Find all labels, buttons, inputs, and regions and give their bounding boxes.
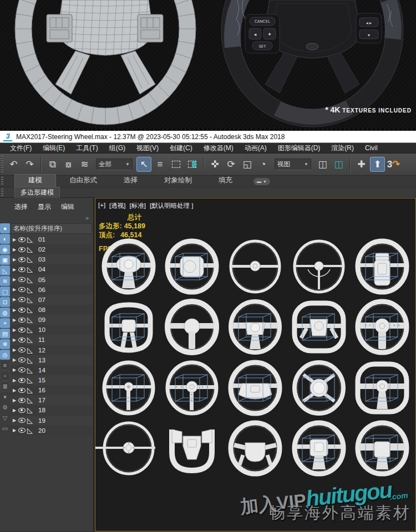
spinner-snap-toggle-icon[interactable]: 3↷	[386, 157, 401, 172]
scene-object-row[interactable]: ▶◺01	[11, 234, 92, 244]
expand-arrow-icon[interactable]: ▶	[13, 308, 18, 313]
detail-view-icon[interactable]: ≣	[0, 381, 10, 391]
window-crossing-icon[interactable]	[185, 157, 200, 172]
explorer-menu-1[interactable]: 选择	[14, 202, 28, 212]
name-column-header[interactable]: 名称(按升序排序)	[11, 223, 92, 234]
visibility-eye-icon[interactable]	[18, 428, 26, 433]
scene-object-row[interactable]: ▶◺11	[11, 335, 92, 345]
scene-object-row[interactable]: ▶◺20	[11, 426, 92, 436]
steering-wheel-10[interactable]	[351, 297, 414, 358]
snaps-toggle-icon[interactable]: ◫	[315, 157, 330, 172]
menu-item-8[interactable]: 动画(A)	[239, 144, 272, 153]
scene-object-row[interactable]: ▶◺12	[11, 345, 92, 355]
visibility-eye-icon[interactable]	[18, 347, 26, 352]
visibility-eye-icon[interactable]	[18, 237, 26, 242]
visibility-eye-icon[interactable]	[18, 367, 26, 372]
column-blank-icon[interactable]: ▫	[0, 371, 10, 381]
explorer-menu-3[interactable]: 编辑	[61, 202, 74, 212]
expand-arrow-icon[interactable]: ▶	[13, 337, 18, 342]
ref-coord-dropdown[interactable]: 视图▼	[275, 158, 311, 170]
expand-arrow-icon[interactable]: ▶	[13, 428, 18, 433]
steering-wheel-13[interactable]	[224, 357, 287, 418]
steering-wheel-06[interactable]	[97, 297, 160, 358]
expand-arrow-icon[interactable]: ▶	[13, 398, 18, 403]
menu-item-9[interactable]: 图形编辑器(D)	[272, 144, 326, 153]
menu-item-11[interactable]: Civil	[359, 144, 383, 152]
visibility-eye-icon[interactable]	[18, 418, 26, 423]
explorer-menu-2[interactable]: 显示	[38, 202, 51, 212]
visibility-eye-icon[interactable]	[18, 388, 26, 393]
titlebar[interactable]: 3 MAX2017-Steering Wheel.max - 12.37M @ …	[0, 131, 416, 143]
scene-object-row[interactable]: ▶◺07	[11, 295, 92, 305]
scene-object-row[interactable]: ▶◺15	[11, 375, 92, 385]
select-and-scale-icon[interactable]: ◱	[240, 157, 255, 172]
display-lights-icon[interactable]: ◉	[0, 244, 10, 254]
expand-arrow-icon[interactable]: ▶	[13, 297, 18, 302]
undo-icon[interactable]: ↶	[6, 157, 21, 172]
expand-arrow-icon[interactable]: ▶	[13, 388, 18, 393]
scene-object-row[interactable]: ▶◺05	[11, 275, 92, 285]
expand-arrow-icon[interactable]: ▶	[13, 277, 18, 282]
expand-arrow-icon[interactable]: ▶	[13, 257, 18, 262]
steering-wheel-14[interactable]	[287, 357, 351, 418]
select-and-rotate-icon[interactable]: ⟳	[224, 157, 239, 172]
display-all-icon[interactable]: ●	[0, 223, 10, 233]
visibility-eye-icon[interactable]	[18, 328, 26, 332]
angle-snap-toggle-icon[interactable]: ✚	[354, 157, 369, 172]
viewport-pov-label[interactable]: [透视]	[109, 202, 125, 210]
menu-item-2[interactable]: 编辑(E)	[37, 144, 70, 153]
scene-object-row[interactable]: ▶◺16	[11, 385, 92, 395]
perspective-viewport[interactable]: [+][透视][标准][默认明暗处理 ] 总计 多边形:45,189 顶点:46…	[95, 198, 416, 531]
display-geometry-icon[interactable]: ◐	[0, 234, 10, 244]
ribbon-tab-1[interactable]: 建模	[14, 174, 56, 187]
select-and-manipulate-icon[interactable]: ◔	[256, 157, 271, 172]
menu-item-5[interactable]: 视图(V)	[131, 144, 164, 153]
visibility-eye-icon[interactable]	[18, 277, 26, 282]
visibility-eye-icon[interactable]	[18, 247, 26, 252]
expand-arrow-icon[interactable]: ▶	[13, 287, 18, 292]
expand-arrow-icon[interactable]: ▶	[13, 237, 18, 242]
scene-object-row[interactable]: ▶◺02	[11, 244, 92, 254]
scene-object-row[interactable]: ▶◺03	[11, 254, 92, 264]
steering-wheel-05[interactable]	[351, 236, 414, 297]
visibility-eye-icon[interactable]	[18, 398, 26, 403]
visibility-eye-icon[interactable]	[18, 408, 26, 413]
visibility-eye-icon[interactable]	[18, 357, 26, 362]
selection-set-box-icon[interactable]: ▭	[0, 423, 10, 433]
steering-wheel-01[interactable]	[97, 236, 160, 297]
expand-arrow-icon[interactable]: ▶	[13, 267, 18, 272]
viewport-standard-label[interactable]: [标准]	[130, 202, 146, 210]
scene-object-row[interactable]: ▶◺06	[11, 285, 92, 295]
selection-filter-dropdown[interactable]: 全部▼	[96, 158, 133, 170]
select-and-move-icon[interactable]: ✜	[207, 157, 222, 172]
menu-item-10[interactable]: 渲染(R)	[326, 144, 359, 153]
display-spacewarps-icon[interactable]: ≋	[0, 276, 10, 286]
scroll-down-icon[interactable]: ▾	[0, 392, 10, 402]
expand-arrow-icon[interactable]: ▶	[13, 357, 18, 362]
scene-object-row[interactable]: ▶◺18	[11, 405, 92, 415]
display-xrefs-icon[interactable]: ⊡	[0, 297, 10, 307]
display-helpers-icon[interactable]: ◺	[0, 265, 10, 275]
scene-object-row[interactable]: ▶◺10	[11, 325, 92, 335]
ribbon-tab-3[interactable]: 选择	[110, 175, 151, 187]
scene-object-row[interactable]: ▶◺13	[11, 355, 92, 365]
steering-wheel-08[interactable]	[224, 297, 287, 358]
scene-object-row[interactable]: ▶◺14	[11, 365, 92, 375]
scene-object-row[interactable]: ▶◺17	[11, 395, 92, 405]
ribbon-tab-5[interactable]: 填充	[205, 175, 246, 187]
visibility-eye-icon[interactable]	[18, 308, 26, 313]
display-cameras-icon[interactable]: ▣	[0, 255, 10, 265]
menu-item-4[interactable]: 组(G)	[104, 144, 131, 153]
visibility-eye-icon[interactable]	[18, 257, 26, 262]
expand-arrow-icon[interactable]: ▶	[13, 328, 18, 332]
menu-item-7[interactable]: 修改器(M)	[198, 144, 239, 153]
display-materials-icon[interactable]: ▤	[0, 329, 10, 339]
expand-arrow-icon[interactable]: ▶	[13, 247, 18, 252]
select-object-icon[interactable]: ↖	[136, 157, 151, 172]
menu-item-3[interactable]: 工具(T)	[70, 144, 103, 153]
steering-wheel-02[interactable]	[160, 236, 224, 297]
steering-wheel-09[interactable]	[287, 297, 351, 358]
display-groups-icon[interactable]: ▢	[0, 287, 10, 296]
more-chevron[interactable]: »	[85, 214, 89, 221]
display-bones-icon[interactable]: ⌖	[0, 318, 10, 328]
